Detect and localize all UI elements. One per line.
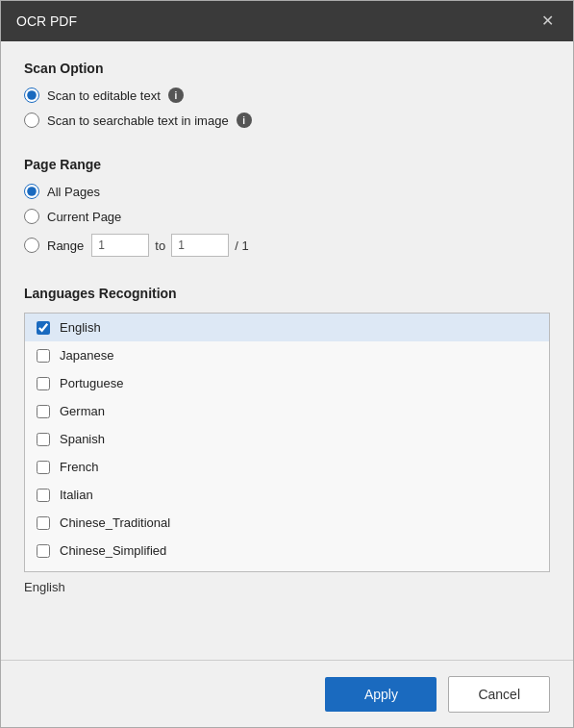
- language-label: Japanese: [60, 348, 113, 363]
- language-checkbox[interactable]: [37, 461, 50, 474]
- scan-option-section: Scan Option Scan to editable text i Scan…: [24, 61, 550, 138]
- dialog: OCR PDF ✕ Scan Option Scan to editable t…: [0, 0, 574, 728]
- range-from-input[interactable]: [91, 234, 149, 257]
- languages-title: Languages Recognition: [24, 286, 550, 301]
- page-range-section: Page Range All Pages Current Page Range …: [24, 157, 550, 266]
- language-label: German: [60, 404, 105, 418]
- current-page-radio[interactable]: [24, 209, 39, 224]
- scan-searchable-row: Scan to searchable text in image i: [24, 113, 550, 128]
- current-page-row: Current Page: [24, 209, 550, 224]
- scan-editable-row: Scan to editable text i: [24, 88, 550, 103]
- scan-option-title: Scan Option: [24, 61, 550, 76]
- cancel-button[interactable]: Cancel: [448, 676, 550, 713]
- languages-section: Languages Recognition EnglishJapanesePor…: [24, 286, 550, 640]
- dialog-footer: Apply Cancel: [1, 660, 573, 727]
- current-page-label: Current Page: [47, 210, 121, 224]
- language-checkbox[interactable]: [37, 377, 50, 390]
- language-label: English: [60, 320, 101, 335]
- language-label: Chinese_Traditional: [60, 515, 170, 530]
- language-checkbox[interactable]: [37, 405, 50, 418]
- range-radio[interactable]: [24, 238, 39, 253]
- list-item[interactable]: Spanish: [25, 425, 549, 453]
- range-label: Range: [47, 238, 84, 253]
- apply-button[interactable]: Apply: [325, 677, 437, 712]
- list-item[interactable]: English: [25, 314, 549, 341]
- range-row: Range to / 1: [24, 234, 550, 257]
- dialog-content: Scan Option Scan to editable text i Scan…: [1, 41, 573, 660]
- list-item[interactable]: Chinese_Simplified: [25, 537, 549, 565]
- range-total-label: / 1: [235, 238, 248, 253]
- list-item[interactable]: Japanese: [25, 341, 549, 369]
- languages-list[interactable]: EnglishJapanesePortugueseGermanSpanishFr…: [24, 313, 550, 572]
- range-inputs: to / 1: [91, 234, 248, 257]
- scan-editable-label: Scan to editable text: [47, 88, 161, 103]
- list-item[interactable]: French: [25, 453, 549, 481]
- list-item[interactable]: German: [25, 397, 549, 425]
- language-label: Spanish: [60, 432, 105, 446]
- language-checkbox[interactable]: [37, 349, 50, 363]
- language-checkbox[interactable]: [37, 433, 50, 446]
- list-item[interactable]: Chinese_Traditional: [25, 509, 549, 537]
- language-checkbox[interactable]: [37, 544, 50, 558]
- page-range-title: Page Range: [24, 157, 550, 172]
- range-to-input[interactable]: [171, 234, 229, 257]
- language-label: Portuguese: [60, 376, 124, 390]
- close-button[interactable]: ✕: [537, 12, 558, 31]
- language-label: Chinese_Simplified: [60, 543, 166, 558]
- language-checkbox[interactable]: [37, 516, 50, 530]
- scan-editable-radio[interactable]: [24, 88, 39, 103]
- range-to-label: to: [155, 238, 165, 253]
- dialog-title: OCR PDF: [16, 13, 77, 29]
- scan-searchable-label: Scan to searchable text in image: [47, 113, 229, 128]
- language-checkbox[interactable]: [37, 321, 50, 335]
- all-pages-row: All Pages: [24, 184, 550, 199]
- language-checkbox[interactable]: [37, 489, 50, 502]
- scan-searchable-radio[interactable]: [24, 113, 39, 128]
- language-label: French: [60, 460, 98, 474]
- list-item[interactable]: Portuguese: [25, 369, 549, 397]
- scan-editable-info-icon: i: [168, 88, 184, 103]
- all-pages-radio[interactable]: [24, 184, 39, 199]
- list-item[interactable]: Italian: [25, 481, 549, 509]
- title-bar: OCR PDF ✕: [1, 1, 573, 41]
- language-label: Italian: [60, 488, 93, 502]
- scan-searchable-info-icon: i: [237, 113, 252, 128]
- all-pages-label: All Pages: [47, 185, 100, 199]
- selected-language-text: English: [24, 580, 550, 594]
